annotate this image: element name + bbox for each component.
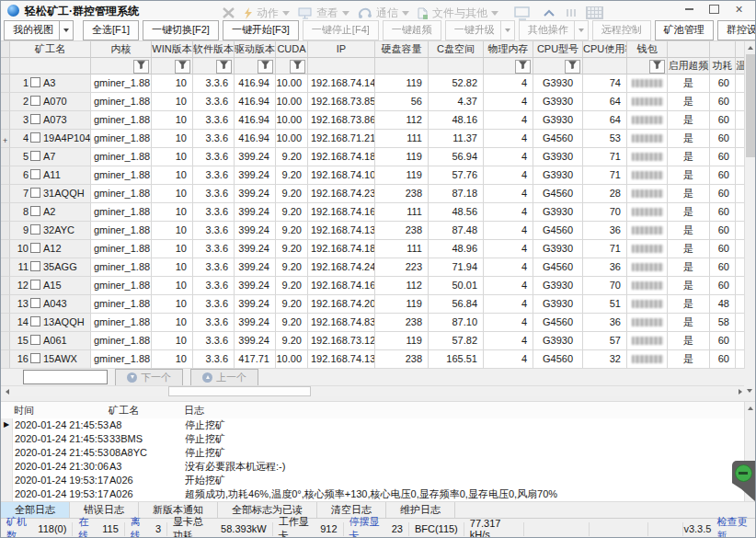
prev-button[interactable]: 上一个	[190, 369, 258, 386]
table-row[interactable]: 6A11gminer_1.88103.3.6399.249.20192.168.…	[1, 166, 746, 185]
filter-button-driver[interactable]	[258, 60, 273, 74]
row-checkbox[interactable]	[30, 261, 40, 271]
row-checkbox[interactable]	[30, 188, 40, 198]
column-header-driver[interactable]: 驱动版本	[235, 41, 276, 58]
filter-button-wallet[interactable]	[649, 60, 665, 74]
search-input[interactable]	[23, 370, 108, 384]
column-header-cpu[interactable]: CPU型号	[533, 41, 583, 58]
column-header-usage[interactable]: CPU使用率	[583, 41, 627, 58]
filter-button-cuda[interactable]	[290, 60, 305, 74]
table-row[interactable]: 731AQQHgminer_1.88103.3.6399.249.20192.1…	[1, 185, 746, 203]
column-header-ip[interactable]: IP	[308, 41, 375, 58]
group-settings-button[interactable]: 群控设置	[717, 20, 756, 40]
next-button[interactable]: 下一个	[115, 369, 183, 386]
row-checkbox[interactable]	[30, 243, 40, 253]
row-checkbox[interactable]	[30, 280, 40, 290]
filter-button-mem[interactable]	[515, 60, 531, 74]
row-checkbox[interactable]	[30, 298, 40, 308]
vertical-scrollbar[interactable]	[744, 41, 755, 396]
table-row[interactable]: 1A3gminer_1.88103.3.6416.9410.00192.168.…	[1, 74, 746, 93]
table-row[interactable]: 2A070gminer_1.88103.3.6416.9410.00192.16…	[1, 93, 746, 111]
status-filler-2	[648, 522, 684, 536]
other-operations-dropdown[interactable]	[574, 21, 588, 40]
table-row[interactable]: 12A15gminer_1.88103.3.6399.249.20192.168…	[1, 277, 746, 295]
table-row[interactable]: 8A2gminer_1.88103.3.6399.249.20192.168.7…	[1, 203, 746, 222]
filter-button-cpu[interactable]	[565, 60, 580, 74]
row-checkbox[interactable]	[30, 77, 40, 87]
scroll-left-arrow[interactable]	[1, 386, 12, 396]
menu-view[interactable]: 查看	[298, 6, 349, 21]
column-header-disk[interactable]: 硬盘容量	[375, 41, 429, 58]
column-header-win[interactable]: WIN版本	[152, 41, 193, 58]
status-bar: 矿机数118(0)在线115离线3显卡总功耗58.393kW工作显卡912停摆显…	[1, 518, 755, 538]
table-row[interactable]: 15A061gminer_1.88103.3.6399.249.20192.16…	[1, 332, 746, 350]
row-checkbox[interactable]	[30, 132, 40, 143]
my-view-button[interactable]: 我的视图	[4, 20, 74, 40]
table-row[interactable]: 932AYCgminer_1.88103.3.6399.249.20192.16…	[1, 222, 746, 240]
filter-button-kernel[interactable]	[133, 60, 149, 74]
row-checkbox[interactable]	[30, 151, 40, 161]
cell-name: 731AQQH	[10, 185, 91, 203]
column-header-kernel[interactable]: 内核	[91, 41, 152, 58]
filter-button-win[interactable]	[175, 60, 190, 74]
scroll-up-arrow[interactable]	[745, 41, 756, 53]
collapse-ribbon-button[interactable]	[543, 9, 556, 17]
cell-disk: 223	[375, 258, 429, 277]
table-row[interactable]: 13A043gminer_1.88103.3.6399.249.20192.16…	[1, 295, 746, 314]
wallet-redacted-blur	[632, 245, 663, 253]
maximize-button[interactable]	[702, 2, 727, 17]
log-scroll-up-arrow[interactable]	[745, 402, 756, 414]
table-row[interactable]: 1615AWXgminer_1.88103.3.6417.7110.00192.…	[1, 350, 746, 369]
log-row[interactable]: 2020-01-24 19:53:17A026开始挖矿	[1, 474, 746, 487]
table-row[interactable]: 5A7gminer_1.88103.3.6399.249.20192.168.7…	[1, 148, 746, 166]
row-checkbox[interactable]	[30, 96, 40, 106]
upgrade-dropdown[interactable]	[500, 21, 514, 40]
column-header-cuda[interactable]: CUDA	[276, 41, 308, 58]
menu-communication[interactable]: 通信	[358, 6, 409, 21]
column-header-soft[interactable]: 软件版本	[193, 41, 235, 58]
pool-management-button[interactable]: 矿池管理	[655, 20, 714, 40]
table-row[interactable]: 10A12gminer_1.88103.3.6399.249.20192.168…	[1, 240, 746, 258]
menu-files-other[interactable]: 文件与其他	[418, 6, 498, 21]
table-row[interactable]: 1413AQQHgminer_1.88103.3.6399.249.20192.…	[1, 314, 746, 332]
row-checkbox[interactable]	[30, 224, 40, 235]
row-checkbox[interactable]	[30, 335, 40, 345]
select-all-button[interactable]: 全选[F1]	[83, 20, 139, 40]
table-row[interactable]: 1135AGGgminer_1.88103.3.6399.249.20192.1…	[1, 258, 746, 277]
horizontal-scrollbar-thumb[interactable]	[168, 386, 311, 396]
my-view-dropdown[interactable]	[59, 21, 73, 40]
one-key-switch-button[interactable]: 一键切换[F2]	[143, 20, 219, 40]
cell-disk: 111	[375, 240, 429, 258]
row-checkbox[interactable]	[30, 169, 40, 179]
log-row[interactable]: 2020-01-24 21:45:5333BMS停止挖矿	[1, 432, 746, 446]
column-header-oc[interactable]	[668, 41, 710, 58]
check-update-link[interactable]: 检查更新	[716, 515, 750, 538]
column-header-mem[interactable]: 物理内存	[484, 41, 533, 58]
log-row[interactable]: 2020-01-24 21:45:5308A8YC停止挖矿	[1, 446, 746, 460]
scrollbar-corner-down-arrow[interactable]	[744, 385, 755, 396]
column-header-name[interactable]: 矿工名	[10, 41, 91, 58]
table-row[interactable]: +419A4P104gminer_1.88103.3.6416.9410.001…	[1, 130, 746, 148]
row-selector-gutter	[1, 166, 10, 185]
cell-wallet	[627, 74, 668, 93]
close-menu-icon[interactable]	[222, 6, 235, 19]
column-header-power[interactable]	[710, 41, 736, 58]
row-checkbox[interactable]	[30, 316, 40, 326]
column-header-c[interactable]: C盘空间	[429, 41, 484, 58]
column-header-wallet[interactable]: 钱包	[627, 41, 668, 58]
vertical-scrollbar-thumb[interactable]	[746, 54, 755, 157]
log-tab-5[interactable]: 维护日志	[386, 502, 455, 518]
minimize-button[interactable]	[677, 2, 702, 17]
close-button[interactable]: ×	[727, 2, 751, 17]
table-row[interactable]: 3A073gminer_1.88103.3.6416.9410.00192.16…	[1, 111, 746, 130]
horizontal-scrollbar[interactable]	[1, 385, 746, 396]
row-checkbox[interactable]	[30, 206, 40, 216]
row-checkbox[interactable]	[30, 353, 40, 363]
log-row[interactable]: ▶2020-01-24 21:45:53A8停止挖矿	[1, 418, 746, 432]
filter-button-soft[interactable]	[216, 60, 232, 74]
log-row[interactable]: 2020-01-24 19:53:17A026超频成功,功耗46%,温度0°,核…	[1, 487, 746, 501]
log-time: 2020-01-24 21:45:53	[13, 446, 109, 460]
row-checkbox[interactable]	[30, 114, 40, 124]
menu-actions[interactable]: 动作	[244, 6, 290, 21]
log-row[interactable]: 2020-01-24 21:30:06A3没有必要跟本机远程:-)	[1, 460, 746, 474]
